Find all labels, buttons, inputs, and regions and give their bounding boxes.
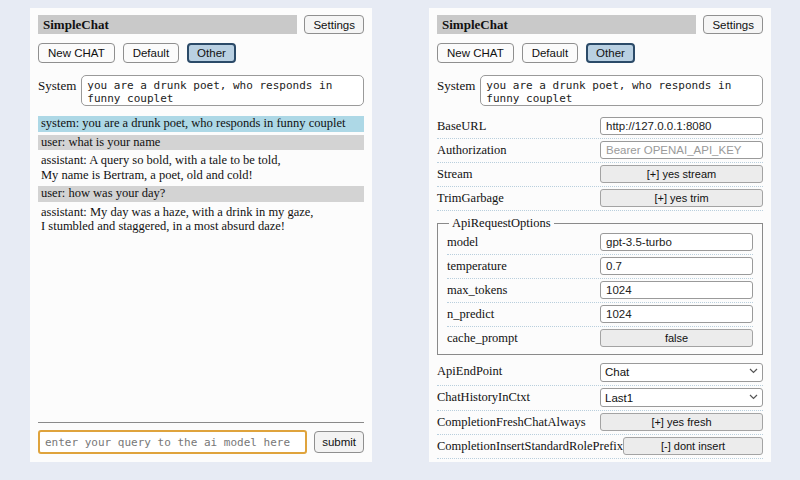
baseurl-input[interactable]: [600, 117, 763, 135]
chat-message-system: system: you are a drunk poet, who respon…: [38, 116, 364, 132]
new-chat-button[interactable]: New CHAT: [38, 43, 115, 63]
temperature-input[interactable]: [600, 257, 753, 275]
session-buttons: New CHAT Default Other: [437, 43, 763, 63]
fieldset-legend: ApiRequestOptions: [449, 216, 554, 231]
setting-row-max-tokens: max_tokens: [447, 279, 753, 303]
setting-row-cache-prompt: cache_prompt false: [447, 327, 753, 350]
setting-row-completioninsertstandardroleprefix: CompletionInsertStandardRolePrefix [-] d…: [437, 435, 763, 459]
setting-label: n_predict: [447, 307, 600, 322]
settings-button[interactable]: Settings: [703, 15, 763, 34]
chathistoryinctxt-select[interactable]: Last1: [600, 388, 763, 407]
session-tab-other[interactable]: Other: [187, 43, 236, 63]
setting-row-chathistoryinctxt: ChatHistoryInCtxt Last1: [437, 386, 763, 412]
apiendpoint-select[interactable]: Chat: [600, 363, 763, 382]
chat-message-assistant: assistant: A query so bold, with a tale …: [38, 153, 364, 183]
n-predict-input[interactable]: [600, 305, 753, 323]
setting-label: BaseURL: [437, 119, 600, 134]
setting-row-model: model: [447, 231, 753, 255]
stream-toggle-button[interactable]: [+] yes stream: [600, 165, 763, 183]
system-prompt-row: System you are a drunk poet, who respond…: [437, 75, 763, 106]
setting-row-temperature: temperature: [447, 255, 753, 279]
setting-label: temperature: [447, 259, 600, 274]
setting-row-apiendpoint: ApiEndPoint Chat: [437, 360, 763, 386]
session-tab-default[interactable]: Default: [522, 43, 578, 63]
setting-label: Stream: [437, 167, 600, 182]
setting-label: model: [447, 235, 600, 250]
title-row: SimpleChat Settings: [38, 15, 364, 34]
session-tab-default[interactable]: Default: [123, 43, 179, 63]
system-prompt-input[interactable]: you are a drunk poet, who responds in fu…: [81, 75, 364, 106]
setting-row-completionfreshchatalways: CompletionFreshChatAlways [+] yes fresh: [437, 411, 763, 435]
setting-label: Authorization: [437, 143, 600, 158]
setting-row-stream: Stream [+] yes stream: [437, 163, 763, 187]
system-label: System: [437, 75, 475, 94]
trimgarbage-toggle-button[interactable]: [+] yes trim: [600, 189, 763, 207]
query-input[interactable]: [38, 430, 307, 454]
authorization-input[interactable]: [600, 141, 763, 159]
setting-label: CompletionInsertStandardRolePrefix: [437, 439, 623, 454]
setting-label: ApiEndPoint: [437, 364, 600, 379]
cache-prompt-toggle-button[interactable]: false: [600, 329, 753, 347]
completion-fresh-toggle-button[interactable]: [+] yes fresh: [600, 413, 763, 431]
setting-label: max_tokens: [447, 283, 600, 298]
system-label: System: [38, 75, 76, 94]
chat-message-user: user: how was your day?: [38, 186, 364, 202]
session-buttons: New CHAT Default Other: [38, 43, 364, 63]
completion-insert-toggle-button[interactable]: [-] dont insert: [623, 437, 763, 455]
system-prompt-input[interactable]: you are a drunk poet, who responds in fu…: [480, 75, 763, 106]
settings-list: BaseURL Authorization Stream [+] yes str…: [437, 115, 763, 459]
divider: [38, 422, 364, 423]
setting-row-baseurl: BaseURL: [437, 115, 763, 139]
setting-row-trimgarbage: TrimGarbage [+] yes trim: [437, 187, 763, 211]
setting-row-n-predict: n_predict: [447, 303, 753, 327]
setting-label: TrimGarbage: [437, 191, 600, 206]
max-tokens-input[interactable]: [600, 281, 753, 299]
setting-label: ChatHistoryInCtxt: [437, 390, 600, 405]
system-prompt-row: System you are a drunk poet, who respond…: [38, 75, 364, 106]
chat-panel: SimpleChat Settings New CHAT Default Oth…: [30, 8, 372, 462]
api-request-options-fieldset: ApiRequestOptions model temperature max_…: [437, 216, 763, 355]
new-chat-button[interactable]: New CHAT: [437, 43, 514, 63]
title-row: SimpleChat Settings: [437, 15, 763, 34]
chat-log: system: you are a drunk poet, who respon…: [38, 116, 364, 417]
chat-message-user: user: what is your name: [38, 135, 364, 151]
settings-button[interactable]: Settings: [304, 15, 364, 34]
session-tab-other[interactable]: Other: [586, 43, 635, 63]
query-row: submit: [38, 430, 364, 454]
settings-panel: SimpleChat Settings New CHAT Default Oth…: [429, 8, 771, 462]
setting-label: cache_prompt: [447, 331, 600, 346]
chat-message-assistant: assistant: My day was a haze, with a dri…: [38, 205, 364, 235]
model-input[interactable]: [600, 233, 753, 251]
setting-label: CompletionFreshChatAlways: [437, 415, 600, 430]
setting-row-authorization: Authorization: [437, 139, 763, 163]
app-title: SimpleChat: [437, 15, 696, 34]
submit-button[interactable]: submit: [314, 431, 364, 453]
app-title: SimpleChat: [38, 15, 297, 34]
